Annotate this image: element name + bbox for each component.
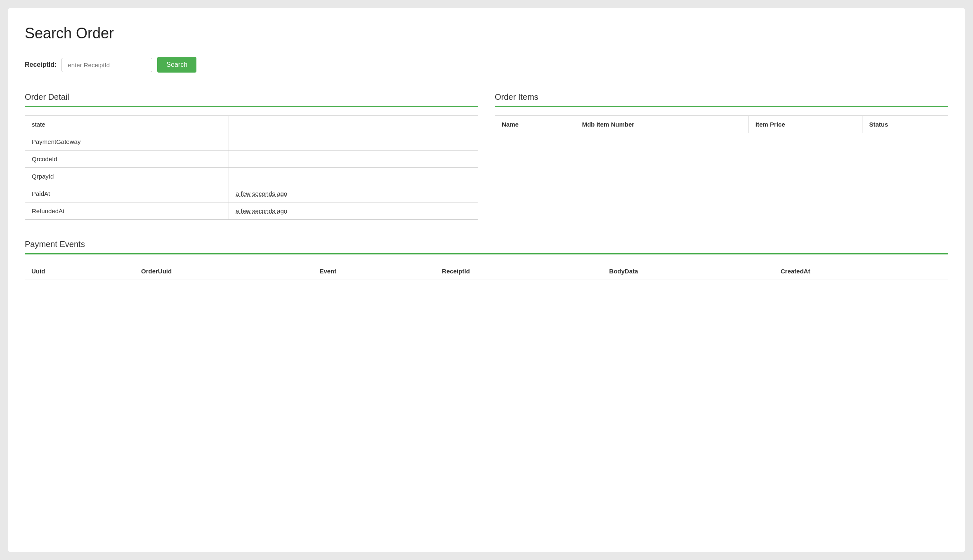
payment-events-col-header: OrderUuid (135, 263, 313, 280)
search-button[interactable]: Search (157, 57, 196, 73)
payment-events-title: Payment Events (25, 240, 948, 249)
detail-field-label: QrcodeId (25, 151, 229, 168)
order-items-col-header: Item Price (749, 116, 862, 133)
order-detail-table: statePaymentGatewayQrcodeIdQrpayIdPaidAt… (25, 115, 478, 220)
order-items-section: Order Items NameMdb Item NumberItem Pric… (495, 92, 948, 220)
time-value[interactable]: a few seconds ago (236, 207, 287, 214)
payment-events-col-header: Event (313, 263, 435, 280)
table-row: state (25, 116, 478, 133)
detail-field-label: PaymentGateway (25, 133, 229, 151)
table-row: QrcodeId (25, 151, 478, 168)
search-row: ReceiptId: Search (25, 57, 948, 73)
detail-field-value (229, 168, 478, 185)
payment-events-header-row: UuidOrderUuidEventReceiptIdBodyDataCreat… (25, 263, 948, 280)
order-items-header-row: NameMdb Item NumberItem PriceStatus (495, 116, 948, 133)
detail-field-value (229, 116, 478, 133)
detail-field-label: RefundedAt (25, 202, 229, 220)
time-value[interactable]: a few seconds ago (236, 190, 287, 197)
order-detail-section: Order Detail statePaymentGatewayQrcodeId… (25, 92, 478, 220)
order-items-col-header: Mdb Item Number (575, 116, 749, 133)
payment-events-divider (25, 253, 948, 254)
detail-field-value: a few seconds ago (229, 185, 478, 202)
detail-field-label: PaidAt (25, 185, 229, 202)
page-title: Search Order (25, 25, 948, 42)
order-detail-title: Order Detail (25, 92, 478, 102)
payment-events-col-header: ReceiptId (435, 263, 602, 280)
detail-field-label: QrpayId (25, 168, 229, 185)
table-row: PaymentGateway (25, 133, 478, 151)
detail-field-value (229, 151, 478, 168)
payment-events-section: Payment Events UuidOrderUuidEventReceipt… (25, 240, 948, 280)
detail-field-value (229, 133, 478, 151)
two-col-layout: Order Detail statePaymentGatewayQrcodeId… (25, 92, 948, 220)
detail-field-label: state (25, 116, 229, 133)
order-items-title: Order Items (495, 92, 948, 102)
order-items-col-header: Name (495, 116, 575, 133)
receipt-id-input[interactable] (61, 58, 152, 72)
order-items-divider (495, 106, 948, 107)
order-detail-divider (25, 106, 478, 107)
payment-events-col-header: CreatedAt (774, 263, 948, 280)
payment-events-table: UuidOrderUuidEventReceiptIdBodyDataCreat… (25, 263, 948, 280)
table-row: PaidAta few seconds ago (25, 185, 478, 202)
order-items-col-header: Status (862, 116, 948, 133)
payment-events-col-header: BodyData (602, 263, 774, 280)
table-row: QrpayId (25, 168, 478, 185)
detail-field-value: a few seconds ago (229, 202, 478, 220)
page-container: Search Order ReceiptId: Search Order Det… (8, 8, 965, 552)
order-items-table: NameMdb Item NumberItem PriceStatus (495, 115, 948, 133)
payment-events-col-header: Uuid (25, 263, 135, 280)
table-row: RefundedAta few seconds ago (25, 202, 478, 220)
receipt-id-label: ReceiptId: (25, 61, 57, 68)
